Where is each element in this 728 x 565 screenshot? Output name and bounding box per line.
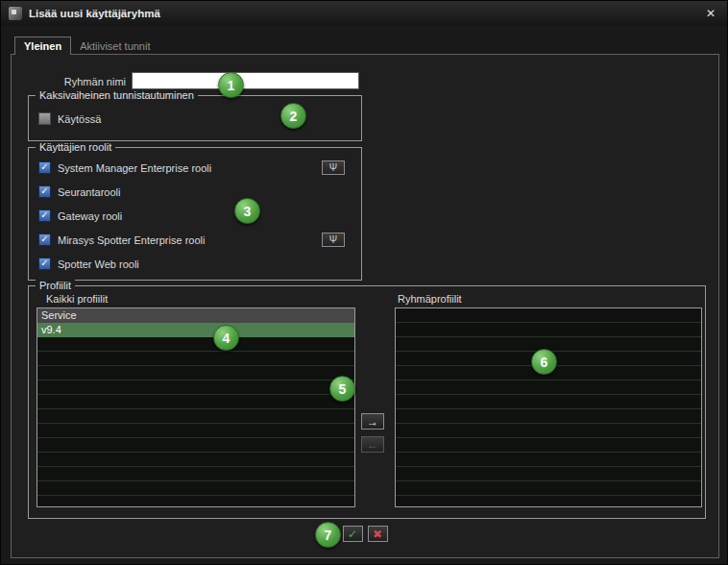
list-item-v9-4[interactable]: v9.4 [37, 323, 354, 337]
title-bar[interactable]: Lisää uusi käyttäjäryhmä ✕ [1, 1, 727, 26]
role-checkbox-spotter-enterprise[interactable]: ✓ [38, 233, 51, 246]
tab-aktiiviset-tunnit[interactable]: Aktiiviset tunnit [71, 37, 158, 55]
profiles-group-title: Profiilit [36, 280, 75, 291]
dialog-window: Lisää uusi käyttäjäryhmä ✕ Yleinen Aktii… [0, 0, 728, 565]
tab-yleinen[interactable]: Yleinen [14, 37, 71, 55]
key-icon: Ψ [329, 162, 337, 173]
annotation-badge-5: 5 [329, 376, 355, 402]
role-label: Spotter Web rooli [58, 258, 139, 270]
role-label: Seurantarooli [58, 186, 120, 198]
role-label: Mirasys Spotter Enterprise rooli [58, 234, 205, 246]
tab-bar: Yleinen Aktiiviset tunnit [14, 37, 159, 55]
role-row-seuranta: ✓ Seurantarooli [38, 180, 345, 204]
roles-groupbox: Käyttäjien roolit ✓ System Manager Enter… [28, 147, 362, 281]
move-left-button[interactable]: ← [361, 436, 384, 453]
check-icon: ✓ [40, 186, 48, 196]
annotation-badge-7: 7 [315, 522, 341, 548]
dialog-title: Lisää uusi käyttäjäryhmä [29, 8, 160, 19]
role-label: Gateway rooli [58, 210, 122, 222]
check-icon: ✓ [40, 258, 48, 268]
role-key-button-spotter-enterprise[interactable]: Ψ [322, 233, 345, 247]
list-item-service[interactable]: Service [37, 308, 354, 323]
tab-content-panel: Ryhmän nimi Kaksivaiheinen tunnistautumi… [11, 54, 719, 558]
dialog-footer: ✓ ✖ [12, 526, 718, 542]
roles-list: ✓ System Manager Enterprise rooli Ψ ✓ Se… [29, 148, 361, 280]
role-row-system-manager: ✓ System Manager Enterprise rooli Ψ [38, 156, 345, 180]
role-checkbox-spotter-web[interactable]: ✓ [38, 258, 51, 270]
two-factor-groupbox: Kaksivaiheinen tunnistautuminen Käytössä [28, 95, 362, 141]
group-profiles-list[interactable] [395, 307, 702, 507]
two-factor-checkbox[interactable] [38, 112, 51, 125]
role-checkbox-system-manager[interactable]: ✓ [38, 161, 51, 174]
role-row-gateway: ✓ Gateway rooli [38, 204, 345, 228]
annotation-badge-2: 2 [280, 103, 306, 129]
annotation-badge-6: 6 [531, 349, 557, 375]
role-row-spotter-enterprise: ✓ Mirasys Spotter Enterprise rooli Ψ [38, 228, 345, 252]
group-name-input[interactable] [132, 72, 359, 89]
all-profiles-list[interactable]: Service v9.4 [36, 307, 355, 507]
role-row-spotter-web: ✓ Spotter Web rooli [38, 252, 345, 276]
ok-button[interactable]: ✓ [343, 526, 363, 542]
role-checkbox-gateway[interactable]: ✓ [38, 209, 51, 222]
check-icon: ✓ [40, 234, 48, 244]
cancel-button[interactable]: ✖ [368, 526, 388, 542]
annotation-badge-4: 4 [213, 325, 239, 351]
two-factor-group-title: Kaksivaiheinen tunnistautuminen [36, 89, 198, 101]
group-profiles-label: Ryhmäprofiilit [398, 293, 462, 305]
role-label: System Manager Enterprise rooli [58, 162, 211, 174]
annotation-badge-1: 1 [218, 72, 244, 98]
close-icon[interactable]: ✕ [702, 6, 719, 21]
check-icon: ✓ [40, 162, 48, 172]
role-checkbox-seuranta[interactable]: ✓ [38, 185, 51, 198]
move-right-button[interactable]: → [361, 413, 384, 430]
profiles-groupbox: Profiilit Kaikki profiilit Service v9.4 … [28, 285, 706, 519]
all-profiles-label: Kaikki profiilit [46, 293, 108, 305]
role-key-button-system-manager[interactable]: Ψ [322, 160, 345, 175]
annotation-badge-3: 3 [234, 198, 260, 224]
two-factor-checkbox-label: Käytössä [58, 113, 101, 125]
check-icon: ✓ [40, 210, 48, 220]
group-name-label: Ryhmän nimi [30, 76, 126, 87]
key-icon: Ψ [329, 234, 337, 245]
app-icon [9, 7, 22, 20]
